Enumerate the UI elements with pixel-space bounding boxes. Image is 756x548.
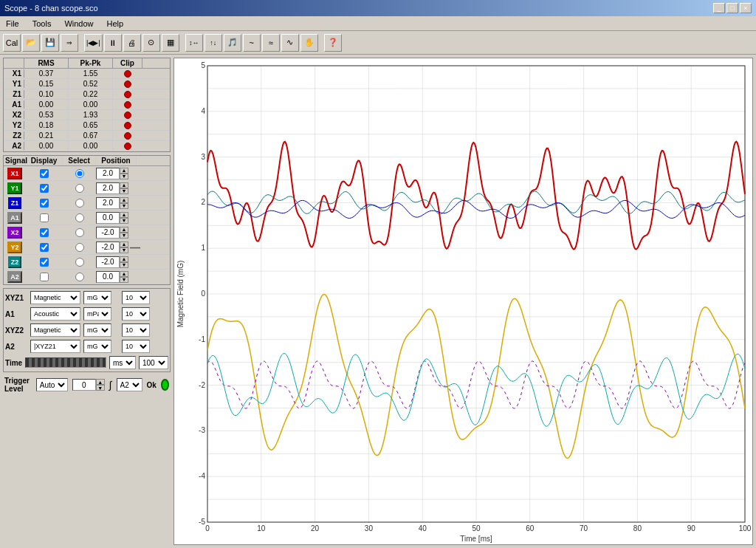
signal-check-A1[interactable] — [26, 213, 63, 222]
signal-pos-up-Y2[interactable]: ▲ — [120, 242, 128, 247]
signal-check-Z2[interactable] — [26, 258, 63, 267]
signal-radio-Y2[interactable] — [63, 243, 96, 252]
scale-range-A1[interactable]: 101001000 — [122, 307, 150, 321]
minimize-button[interactable]: _ — [713, 3, 725, 13]
hand-button[interactable]: ✋ — [300, 34, 318, 52]
zoom-h-button[interactable]: ↑↓ — [205, 34, 222, 52]
menu-window[interactable]: Window — [61, 19, 96, 28]
fft-button[interactable]: ≈ — [262, 34, 280, 52]
signal-radio-X2[interactable] — [63, 228, 96, 237]
scale-sensor-XYZ2[interactable]: MagneticAcoustic|XYZ21 — [30, 323, 80, 337]
pause-button[interactable]: ⏸ — [104, 34, 122, 52]
signal-btn-A1[interactable]: A1 — [7, 212, 22, 224]
signal-display-Z1[interactable] — [40, 199, 49, 208]
cal-button[interactable]: Cal — [3, 34, 21, 52]
scale-sensor-XYZ1[interactable]: MagneticAcoustic|XYZ21 — [30, 291, 80, 304]
signal-check-Y1[interactable] — [26, 184, 63, 193]
sine-button[interactable]: ~ — [243, 34, 261, 52]
maximize-button[interactable]: □ — [726, 3, 738, 13]
menu-help[interactable]: Help — [104, 19, 127, 28]
signal-pos-down-A2[interactable]: ▼ — [120, 277, 128, 283]
scale-range-XYZ2[interactable]: 101001000 — [122, 323, 150, 337]
signal-select-X1[interactable] — [75, 169, 84, 178]
signal-btn-X2[interactable]: X2 — [7, 227, 21, 239]
signal-radio-Z1[interactable] — [63, 199, 96, 208]
signal-pos-up-A2[interactable]: ▲ — [120, 271, 128, 277]
print-button[interactable]: 🖨 — [123, 34, 141, 52]
trigger-level-up[interactable]: ▲ — [96, 379, 105, 385]
signal-pos-down-A1[interactable]: ▼ — [120, 218, 128, 224]
signal-select-Z2[interactable] — [75, 258, 84, 267]
time-value-select[interactable]: 100101000 — [139, 356, 168, 369]
signal-display-X2[interactable] — [40, 228, 49, 237]
signal-select-Y2[interactable] — [75, 243, 84, 252]
open-button[interactable]: 📂 — [22, 34, 40, 52]
signal-display-Y2[interactable] — [40, 243, 49, 252]
signal-pos-up-A1[interactable]: ▲ — [120, 212, 128, 218]
help-button[interactable]: ❓ — [324, 34, 342, 52]
zoom-v-button[interactable]: ↕↔ — [185, 34, 203, 52]
trigger-level-down[interactable]: ▼ — [96, 385, 105, 391]
scale-sensor-A2[interactable]: MagneticAcoustic|XYZ21 — [30, 340, 80, 353]
grid-button[interactable]: ▦ — [162, 34, 179, 52]
scale-range-XYZ1[interactable]: 101001000 — [122, 291, 150, 304]
scale-range-A2[interactable]: 101001000 — [122, 340, 150, 353]
signal-pos-up-Z1[interactable]: ▲ — [120, 197, 128, 203]
signal-pos-up-X1[interactable]: ▲ — [120, 168, 128, 174]
scale-unit-XYZ1[interactable]: mGmPa — [83, 291, 111, 304]
edge-source-select[interactable]: A2A1 — [117, 378, 142, 391]
menu-tools[interactable]: Tools — [30, 19, 55, 28]
signal-check-X2[interactable] — [26, 228, 63, 237]
ok-label: Ok — [147, 381, 157, 389]
scale-unit-A2[interactable]: mGmPa — [83, 340, 111, 353]
signal-display-Y1[interactable] — [40, 184, 49, 193]
filter-button[interactable]: ∿ — [281, 34, 299, 52]
signal-pos-up-X2[interactable]: ▲ — [120, 227, 128, 233]
signal-radio-A1[interactable] — [63, 213, 96, 222]
signal-pos-down-Y2[interactable]: ▼ — [120, 247, 128, 253]
signal-pos-down-X1[interactable]: ▼ — [120, 174, 128, 179]
save-button[interactable]: 💾 — [41, 34, 59, 52]
signal-pos-down-Z2[interactable]: ▼ — [120, 262, 128, 268]
signal-btn-Z2[interactable]: Z2 — [8, 256, 22, 268]
signal-btn-Y2[interactable]: Y2 — [7, 242, 21, 253]
menu-file[interactable]: File — [3, 19, 22, 28]
signal-btn-X1[interactable]: X1 — [7, 168, 21, 179]
circle-button[interactable]: ⊙ — [142, 34, 160, 52]
signal-display-A2[interactable] — [40, 273, 49, 281]
signal-pos-down-X2[interactable]: ▼ — [120, 233, 128, 239]
signal-check-X1[interactable] — [26, 169, 63, 178]
signal-pos-up-Z2[interactable]: ▲ — [120, 256, 128, 262]
signal-select-Y1[interactable] — [75, 184, 84, 193]
signal-btn-Y1[interactable]: Y1 — [7, 182, 21, 194]
close-button[interactable]: × — [740, 3, 752, 13]
signal-radio-A2[interactable] — [63, 273, 96, 281]
signal-display-Z2[interactable] — [40, 258, 49, 267]
signal-display-X1[interactable] — [40, 169, 49, 178]
scale-unit-A1[interactable]: mGmPa — [83, 307, 111, 321]
signal-check-A2[interactable] — [26, 273, 63, 281]
signal-select-A2[interactable] — [75, 273, 84, 281]
scale-sensor-A1[interactable]: MagneticAcoustic|XYZ21 — [30, 307, 80, 321]
signal-radio-Z2[interactable] — [63, 258, 96, 267]
signal-check-Z1[interactable] — [26, 199, 63, 208]
signal-check-Y2[interactable] — [26, 243, 63, 252]
signal-pos-down-Y1[interactable]: ▼ — [120, 188, 128, 194]
signal-btn-A2[interactable]: A2 — [7, 271, 22, 283]
time-unit-select[interactable]: mss — [109, 356, 136, 369]
export-button[interactable]: ⇒ — [61, 34, 78, 52]
signal-pos-up-Y1[interactable]: ▲ — [120, 182, 128, 188]
signal-radio-X1[interactable] — [63, 169, 96, 178]
signal-pos-down-Z1[interactable]: ▼ — [120, 203, 128, 209]
trigger-level-select[interactable]: Auto — [36, 378, 68, 391]
signal-btn-Z1[interactable]: Z1 — [8, 197, 22, 209]
signal-display-A1[interactable] — [40, 213, 49, 222]
signal-radio-Y1[interactable] — [63, 184, 96, 193]
wave-button[interactable]: 🎵 — [224, 34, 241, 52]
signal-select-A1[interactable] — [75, 213, 84, 222]
signal-select-X2[interactable] — [75, 228, 84, 237]
scale-unit-XYZ2[interactable]: mGmPa — [83, 323, 111, 337]
time-slider[interactable] — [25, 357, 106, 368]
signal-select-Z1[interactable] — [75, 199, 84, 208]
step-button[interactable]: |◀▶| — [84, 34, 103, 52]
